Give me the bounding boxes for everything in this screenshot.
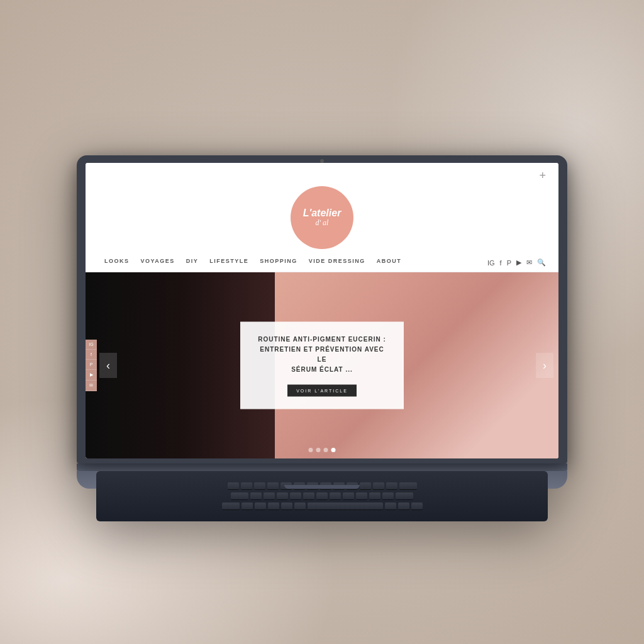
side-pinterest-icon[interactable]: P [86, 360, 97, 370]
key [280, 482, 292, 490]
prev-arrow-button[interactable]: ‹ [99, 353, 117, 378]
keyboard-row-1 [228, 482, 417, 490]
facebook-icon[interactable]: f [500, 259, 502, 267]
key [356, 492, 367, 500]
key [250, 492, 262, 500]
hero-title: ROUTINE ANTI-PIGMENT EUCERIN :ENTRETIEN … [255, 335, 389, 375]
logo-main-text: L'atelier [303, 208, 341, 219]
key [268, 502, 279, 510]
side-youtube-icon[interactable]: ▶ [86, 370, 97, 380]
slider-dot-3[interactable] [324, 448, 328, 452]
email-icon[interactable]: ✉ [526, 258, 532, 267]
side-instagram-icon[interactable]: IG [86, 340, 97, 350]
voir-article-button[interactable]: VOIR L'ARTICLE [287, 385, 357, 397]
spacebar-key [308, 502, 383, 510]
nav-shopping[interactable]: SHOPPING [260, 258, 297, 264]
screen-inner: + L'atelier d' al LOOKS VOYAGES DIY LIFE… [86, 163, 558, 458]
key [396, 492, 413, 500]
key [294, 502, 306, 510]
key [369, 492, 380, 500]
key [398, 502, 409, 510]
key [231, 492, 248, 500]
key [281, 502, 292, 510]
header-top: + [86, 169, 558, 182]
keyboard-row-2 [231, 492, 413, 500]
key [347, 482, 358, 490]
key [386, 482, 397, 490]
key [320, 482, 331, 490]
key [382, 492, 394, 500]
slider-dot-2[interactable] [316, 448, 321, 452]
key [330, 492, 341, 500]
laptop-base [77, 471, 567, 489]
key [411, 502, 423, 510]
search-icon[interactable]: 🔍 [537, 258, 546, 267]
key [333, 482, 345, 490]
key [294, 482, 305, 490]
key [264, 492, 275, 500]
key [255, 502, 266, 510]
laptop-keyboard [96, 471, 548, 521]
key [267, 482, 279, 490]
nav-about[interactable]: ABOUT [377, 258, 402, 264]
pinterest-icon[interactable]: P [507, 259, 511, 267]
laptop-screen-shell: + L'atelier d' al LOOKS VOYAGES DIY LIFE… [77, 155, 567, 464]
hero-section: IG f P ▶ ✉ ‹ ROUTINE ANTI-PIGMENT EUCERI… [86, 272, 558, 458]
logo-sub-text: d' al [316, 218, 329, 228]
key [360, 482, 371, 490]
nav-social-icons: IG f P ▶ ✉ 🔍 [487, 258, 546, 267]
nav-vide-dressing[interactable]: VIDE DRESSING [309, 258, 365, 264]
key [316, 492, 328, 500]
key [290, 492, 301, 500]
key [307, 482, 318, 490]
header-plus-icon: + [539, 169, 546, 182]
slider-dots [309, 448, 336, 452]
key [241, 482, 252, 490]
side-social-bar: IG f P ▶ ✉ [86, 340, 97, 391]
slider-dot-4[interactable] [331, 448, 336, 452]
laptop: + L'atelier d' al LOOKS VOYAGES DIY LIFE… [77, 155, 567, 489]
key [222, 502, 240, 510]
next-arrow-button[interactable]: › [536, 353, 553, 378]
nav-diy[interactable]: DIY [186, 258, 199, 264]
nav-lifestyle[interactable]: LIFESTYLE [209, 258, 248, 264]
key [399, 482, 417, 490]
website: + L'atelier d' al LOOKS VOYAGES DIY LIFE… [86, 163, 558, 458]
youtube-icon[interactable]: ▶ [516, 258, 521, 267]
key [373, 482, 384, 490]
key [303, 492, 314, 500]
key [343, 492, 354, 500]
key [254, 482, 265, 490]
logo: L'atelier d' al [291, 186, 353, 249]
key [385, 502, 396, 510]
key [277, 492, 288, 500]
nav-voyages[interactable]: VOYAGES [141, 258, 175, 264]
slider-dot-1[interactable] [309, 448, 313, 452]
key [228, 482, 239, 490]
side-facebook-icon[interactable]: f [86, 350, 97, 360]
nav-looks[interactable]: LOOKS [104, 258, 130, 264]
keyboard-row-3 [222, 502, 423, 510]
site-header: + L'atelier d' al LOOKS VOYAGES DIY LIFE… [86, 163, 558, 272]
key [242, 502, 253, 510]
laptop-hinge [77, 464, 567, 471]
instagram-icon[interactable]: IG [487, 259, 495, 267]
side-email-icon[interactable]: ✉ [86, 380, 97, 391]
hero-card: ROUTINE ANTI-PIGMENT EUCERIN :ENTRETIEN … [240, 322, 404, 409]
